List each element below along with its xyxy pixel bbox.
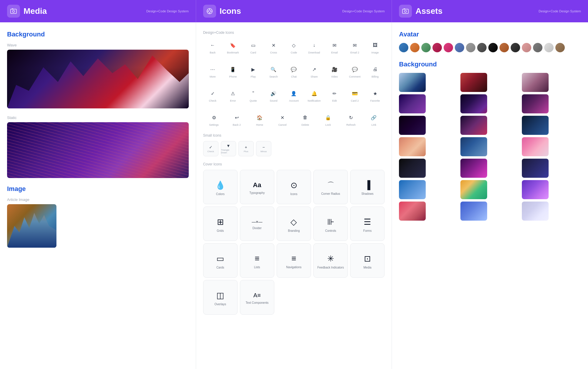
icons-icon-box xyxy=(203,5,216,18)
avatar-3[interactable] xyxy=(421,43,431,52)
bg-thumb-5[interactable] xyxy=(460,94,487,113)
bg-thumb-15[interactable] xyxy=(522,159,549,178)
icon-check[interactable]: ✓Check xyxy=(203,86,222,105)
icon-home[interactable]: 🏠Home xyxy=(249,110,270,129)
bg-thumb-7[interactable] xyxy=(399,116,426,135)
bg-thumb-13[interactable] xyxy=(399,159,426,178)
svg-point-4 xyxy=(208,10,211,12)
icon-lock[interactable]: 🔒Lock xyxy=(317,110,339,129)
icon-play[interactable]: ▶Play xyxy=(244,62,263,80)
avatar-8[interactable] xyxy=(477,43,487,52)
cover-text-components[interactable]: A≡Text Components xyxy=(240,280,274,314)
icon-edit[interactable]: ✏Edit xyxy=(325,86,344,105)
icon-card2[interactable]: 💳Card 2 xyxy=(345,86,364,105)
icon-email[interactable]: ✉Email xyxy=(325,38,344,56)
cover-branding[interactable]: ◇Branding xyxy=(277,207,311,241)
bg-thumb-1[interactable] xyxy=(399,73,426,92)
icon-favorite[interactable]: ★Favorite xyxy=(365,86,385,105)
code-symbol: ◇ xyxy=(289,41,298,50)
icon-billing[interactable]: 🖨Billing xyxy=(365,62,385,80)
cover-icons-item[interactable]: ⊙Icons xyxy=(277,170,311,204)
avatar-5[interactable] xyxy=(444,43,453,52)
bg-thumb-11[interactable] xyxy=(460,137,487,156)
shadows-label: Shadows xyxy=(361,192,373,195)
bg-thumb-16[interactable] xyxy=(399,180,426,199)
bg-thumb-10[interactable] xyxy=(399,137,426,156)
overlays-label: Overlays xyxy=(214,303,226,306)
icon-back2[interactable]: ↩Back 2 xyxy=(226,110,248,129)
bg-thumb-17[interactable] xyxy=(460,180,487,199)
bg-thumb-3[interactable] xyxy=(522,73,549,92)
cover-divider[interactable]: —×—Divider xyxy=(240,207,274,241)
bg-thumb-12[interactable] xyxy=(522,137,549,156)
small-icon-triangle[interactable]: ▼Triangle Down xyxy=(221,141,236,156)
avatar-14[interactable] xyxy=(544,43,554,52)
cover-typography[interactable]: AaTypography xyxy=(240,170,274,204)
icon-card[interactable]: ▭Card xyxy=(244,38,263,56)
avatar-11[interactable] xyxy=(511,43,520,52)
icon-refresh[interactable]: ↻Refresh xyxy=(340,110,362,129)
avatar-7[interactable] xyxy=(466,43,475,52)
icon-more[interactable]: ⋯More xyxy=(203,62,222,80)
icon-download[interactable]: ↓Download xyxy=(305,38,324,56)
icon-email2[interactable]: ✉Email 2 xyxy=(345,38,364,56)
icon-sound[interactable]: 🔊Sound xyxy=(264,86,283,105)
cover-forms[interactable]: ☰Forms xyxy=(350,207,385,241)
icon-search[interactable]: 🔍Search xyxy=(264,62,283,80)
icon-image[interactable]: 🖼Image xyxy=(365,38,385,56)
bg-thumb-18[interactable] xyxy=(522,180,549,199)
icon-account[interactable]: 👤Account xyxy=(284,86,303,105)
bg-thumb-21[interactable] xyxy=(522,202,549,221)
bg-thumb-19[interactable] xyxy=(399,202,426,221)
cover-lists[interactable]: ≡Lists xyxy=(240,243,274,278)
icon-code[interactable]: ◇Code xyxy=(284,38,303,56)
icon-link[interactable]: 🔗Link xyxy=(363,110,385,129)
icon-quote[interactable]: "Quote xyxy=(244,86,263,105)
icon-video[interactable]: 🎥Video xyxy=(325,62,344,80)
avatar-13[interactable] xyxy=(533,43,542,52)
cover-colors[interactable]: 💧Colors xyxy=(203,170,238,204)
icon-share[interactable]: ↗Share xyxy=(305,62,324,80)
svg-rect-0 xyxy=(11,9,16,14)
icon-chat[interactable]: 💬Chat xyxy=(284,62,303,80)
avatar-4[interactable] xyxy=(432,43,442,52)
cover-shadows[interactable]: ▐Shadows xyxy=(350,170,385,204)
avatar-9[interactable] xyxy=(488,43,498,52)
icon-phone[interactable]: 📱Phone xyxy=(223,62,243,80)
icon-cancel[interactable]: ✕Cancel xyxy=(272,110,293,129)
avatar-12[interactable] xyxy=(522,43,531,52)
cover-grids[interactable]: ⊞Grids xyxy=(203,207,238,241)
cover-controls[interactable]: ⊪Controls xyxy=(313,207,348,241)
avatar-10[interactable] xyxy=(500,43,509,52)
avatar-1[interactable] xyxy=(399,43,408,52)
cover-cards[interactable]: ▭Cards xyxy=(203,243,238,278)
icon-comment[interactable]: 💬Comment xyxy=(345,62,364,80)
icons-row-1: ←Back 🔖Bookmark ▭Card ✕Cross ◇Code ↓Down… xyxy=(203,38,385,56)
icon-back[interactable]: ←Back xyxy=(203,38,222,56)
small-icon-minus[interactable]: −Minus xyxy=(256,141,271,156)
icon-settings[interactable]: ⚙Settings xyxy=(203,110,225,129)
bg-thumb-4[interactable] xyxy=(399,94,426,113)
avatar-6[interactable] xyxy=(455,43,464,52)
cover-overlays[interactable]: ◫Overlays xyxy=(203,280,238,314)
bg-thumb-2[interactable] xyxy=(460,73,487,92)
bg-thumb-9[interactable] xyxy=(522,116,549,135)
small-icon-plus[interactable]: +Plus xyxy=(238,141,254,156)
small-icon-check[interactable]: ✓Check xyxy=(203,141,218,156)
bg-thumb-8[interactable] xyxy=(460,116,487,135)
bg-thumb-6[interactable] xyxy=(522,94,549,113)
icon-delete[interactable]: 🗑Delete xyxy=(294,110,316,129)
icon-cross[interactable]: ✕Cross xyxy=(264,38,283,56)
avatar-2[interactable] xyxy=(410,43,420,52)
cover-feedback[interactable]: ✳Feedback Indicators xyxy=(313,243,348,278)
avatar-15[interactable] xyxy=(555,43,565,52)
cover-media[interactable]: ⊡Media xyxy=(350,243,385,278)
bg-thumb-20[interactable] xyxy=(460,202,487,221)
icon-error[interactable]: ⚠Error xyxy=(223,86,243,105)
icon-bookmark[interactable]: 🔖Bookmark xyxy=(223,38,243,56)
icon-notification[interactable]: 🔔Notification xyxy=(305,86,324,105)
cover-navigations[interactable]: ≡Navigations xyxy=(277,243,311,278)
cover-corner[interactable]: ⌒Corner Radius xyxy=(313,170,348,204)
bg-thumb-14[interactable] xyxy=(460,159,487,178)
assets-title: Assets xyxy=(415,6,442,16)
